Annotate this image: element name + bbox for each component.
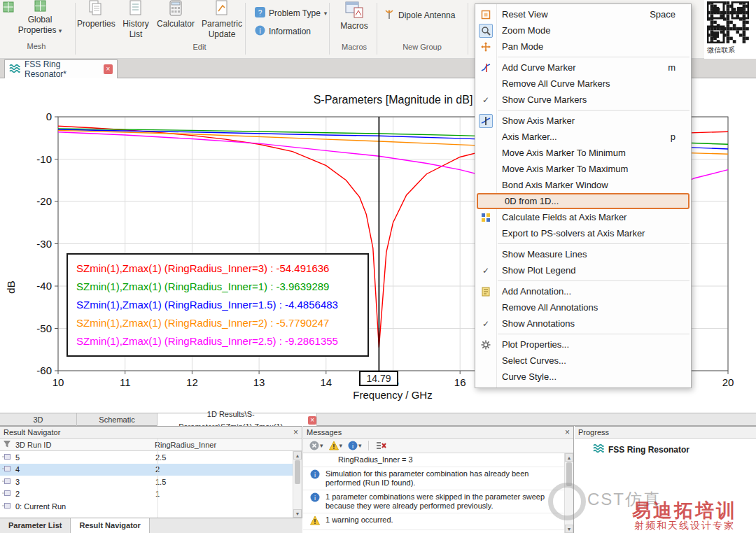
result-rows: 52.54231.5210: Current Run: [0, 451, 293, 518]
param-value-cell: 2.5: [155, 453, 293, 462]
filter-warnings-button[interactable]: ▾: [327, 440, 345, 451]
x-tick-label: 14: [320, 376, 332, 388]
information-button[interactable]: i Information: [255, 25, 311, 38]
history-list-button[interactable]: History List: [118, 0, 154, 40]
scrollbar[interactable]: ▲ ▼: [293, 451, 302, 518]
run-id-cell: 0: Current Run: [15, 502, 155, 511]
scroll-down-icon[interactable]: ▼: [565, 525, 573, 533]
y-tick-label: -10: [36, 153, 52, 165]
menu-item-zoom-mode[interactable]: Zoom Mode: [475, 22, 691, 38]
result-row[interactable]: 31.5: [0, 476, 293, 488]
column-header-param[interactable]: RingRadius_Inner: [155, 441, 216, 449]
run-id-cell: 5: [15, 453, 155, 462]
qr-code: [707, 1, 749, 43]
message-entry[interactable]: i1 parameter combinations were skipped i…: [303, 490, 564, 513]
zoom-icon: [479, 24, 493, 38]
scroll-thumb[interactable]: [566, 462, 572, 486]
message-indent: [310, 455, 321, 464]
menu-item-remove-all-annotations[interactable]: Remove All Annotations: [475, 299, 691, 315]
tab-result-navigator[interactable]: Result Navigator: [71, 518, 149, 533]
filter-errors-button[interactable]: ▾: [307, 440, 326, 451]
dropdown-arrow-icon: ▾: [59, 27, 62, 34]
scrollbar[interactable]: ▲ ▼: [564, 453, 573, 533]
result-row[interactable]: 0: Current Run: [0, 500, 293, 513]
menu-item-add-annotation[interactable]: Add Annotation...: [475, 283, 691, 299]
menu-item-axis-marker[interactable]: Axis Marker...p: [475, 129, 691, 145]
messages-toolbar: ▾ ▾ i▾: [303, 439, 573, 453]
filter-icon[interactable]: [0, 440, 15, 450]
svg-text:?: ?: [258, 9, 262, 17]
run-id-cell: 4: [15, 465, 155, 474]
menu-item-curve-style[interactable]: Curve Style...: [475, 369, 691, 385]
menu-item-reset-view[interactable]: Reset ViewSpace: [475, 6, 691, 22]
close-panel-icon[interactable]: ×: [293, 427, 298, 437]
global-properties-button[interactable]: Global Properties ▾: [10, 0, 70, 36]
x-axis-label: Frequency / GHz: [288, 389, 498, 401]
menu-item-show-plot-legend[interactable]: ✓Show Plot Legend: [475, 262, 691, 278]
menu-item-0d-from-1d[interactable]: 0D from 1D...: [477, 193, 690, 209]
filter-info-button[interactable]: i▾: [346, 440, 364, 451]
menu-item-move-axis-marker-to-minimum[interactable]: Move Axis Marker To Minimum: [475, 145, 691, 161]
menu-item-label: Show Curve Markers: [496, 94, 587, 105]
menu-item-label: Reset View: [496, 9, 548, 20]
close-panel-icon[interactable]: ×: [565, 427, 570, 437]
project-waves-icon: [593, 443, 604, 455]
menu-item-plot-properties[interactable]: Plot Properties...: [475, 336, 691, 353]
tree-node-icon: [0, 464, 15, 474]
ribbon-group-label-macros: Macros: [335, 43, 374, 51]
legend-entry: SZmin(1),Zmax(1) (RingRadius_Inner=1.5) …: [76, 296, 359, 314]
clear-messages-button[interactable]: [373, 440, 388, 451]
properties-button[interactable]: Properties: [77, 0, 115, 29]
tab-1d-results[interactable]: 1D Results\S-Parameters\SZmin(1),Zmax(1)…: [158, 413, 317, 427]
warning-icon: [310, 516, 321, 527]
dropdown-arrow-icon: ▾: [340, 442, 343, 449]
dipole-antenna-button[interactable]: Dipole Antenna: [384, 8, 455, 22]
menu-item-calculate-fields-at-axis-marker[interactable]: Calculate Fields at Axis Marker: [475, 209, 691, 225]
axis-marker-value[interactable]: 14.79: [359, 371, 398, 386]
menu-item-remove-all-curve-markers[interactable]: Remove All Curve Markers: [475, 76, 691, 92]
macros-button[interactable]: Macros: [335, 0, 374, 31]
tree-node-icon: [0, 502, 15, 511]
svg-text:i: i: [314, 495, 316, 502]
menu-item-show-curve-markers[interactable]: ✓Show Curve Markers: [475, 92, 691, 108]
menu-item-show-axis-marker[interactable]: Show Axis Marker: [475, 113, 691, 129]
scroll-down-icon[interactable]: ▼: [293, 509, 302, 518]
message-entry[interactable]: 1 warning occurred.: [303, 513, 564, 530]
message-entry[interactable]: RingRadius_Inner = 3: [303, 453, 564, 467]
calculator-button[interactable]: Calculator: [155, 0, 196, 29]
menu-item-export-to-ps-solvers-at-axis-marker[interactable]: Export to PS-solvers at Axis Marker: [475, 225, 691, 241]
menu-item-pan-mode[interactable]: Pan Mode: [475, 38, 691, 55]
parametric-update-button[interactable]: Parametric Update: [200, 0, 244, 40]
scroll-up-icon[interactable]: ▲: [293, 451, 302, 460]
menu-item-move-axis-marker-to-maximum[interactable]: Move Axis Marker To Maximum: [475, 161, 691, 177]
column-divider[interactable]: [158, 439, 158, 518]
menu-item-add-curve-marker[interactable]: Add Curve Markerm: [475, 59, 691, 76]
menu-item-show-annotations[interactable]: ✓Show Annotations: [475, 315, 691, 332]
result-row[interactable]: 52.5: [0, 451, 293, 464]
result-row[interactable]: 42: [0, 464, 293, 476]
menu-item-show-measure-lines[interactable]: Show Measure Lines: [475, 246, 691, 262]
message-entry[interactable]: iSimulation for this parameter combinati…: [303, 467, 564, 490]
result-row[interactable]: 21: [0, 488, 293, 501]
param-value-cell: 1: [155, 490, 293, 498]
tab-schematic[interactable]: Schematic: [77, 413, 158, 427]
y-tick-label: 0: [46, 111, 52, 122]
close-tab-icon[interactable]: ×: [308, 416, 316, 425]
scroll-thumb[interactable]: [295, 460, 300, 484]
tab-3d[interactable]: 3D: [0, 413, 77, 427]
legend-entry: SZmin(1),Zmax(1) (RingRadius_Inner=2) : …: [76, 314, 359, 332]
tab-parameter-list[interactable]: Parameter List: [0, 518, 71, 533]
progress-project-row[interactable]: FSS Ring Resonator: [593, 443, 690, 455]
message-text: 1 parameter combinations were skipped in…: [326, 492, 556, 511]
problem-type-button[interactable]: ? Problem Type ▾: [255, 7, 327, 20]
document-tab-fss-ring-resonator[interactable]: FSS Ring Resonator* ×: [4, 59, 118, 78]
close-tab-icon[interactable]: ×: [104, 64, 113, 74]
ribbon-separator: [75, 3, 76, 55]
menu-item-select-curves[interactable]: Select Curves...: [475, 353, 691, 369]
column-header-run-id[interactable]: 3D Run ID: [15, 441, 155, 449]
menu-item-bond-axis-marker-window[interactable]: Bond Axis Marker Window: [475, 177, 691, 193]
menu-item-shortcut: Space: [650, 9, 691, 20]
scroll-up-icon[interactable]: ▲: [565, 453, 573, 462]
x-tick-label: 20: [722, 376, 734, 388]
message-text: 1 warning occurred.: [326, 516, 393, 527]
